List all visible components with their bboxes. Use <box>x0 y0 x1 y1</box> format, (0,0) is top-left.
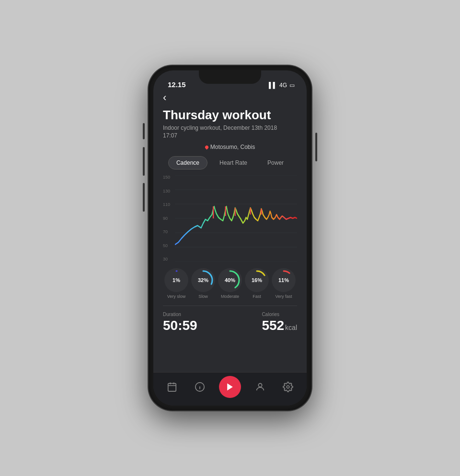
duration-value: 50:59 <box>163 318 197 333</box>
zone-circle-moderate: 40% <box>218 268 242 292</box>
battery-icon: ▭ <box>289 82 295 89</box>
svg-point-30 <box>258 383 262 386</box>
tab-heart-rate[interactable]: Heart Rate <box>211 156 255 170</box>
notch <box>199 70 261 84</box>
metric-tabs: Cadence Heart Rate Power <box>163 156 297 170</box>
nav-settings[interactable] <box>279 378 297 396</box>
calories-stat: Calories 552kcal <box>262 312 297 333</box>
location-pin-icon <box>204 145 209 149</box>
signal-icon: ▌▌ <box>269 82 277 89</box>
duration-label: Duration <box>163 312 197 317</box>
calories-label: Calories <box>262 312 297 317</box>
stats-row: Duration 50:59 Calories 552kcal <box>163 306 297 339</box>
status-icons: ▌▌ 4G ▭ <box>269 82 295 89</box>
network-label: 4G <box>279 82 287 89</box>
zone-very-slow: 1% Very slow <box>164 268 188 299</box>
y-label-30: 30 <box>163 257 170 261</box>
zone-circle-fast: 16% <box>245 268 269 292</box>
zone-slow: 32% Slow <box>191 268 215 299</box>
back-button[interactable]: ‹ <box>163 91 297 104</box>
workout-title: Thursday workout <box>163 108 297 123</box>
mute-button <box>143 123 145 139</box>
calories-value: 552kcal <box>262 318 297 333</box>
zone-circle-slow: 32% <box>191 268 215 292</box>
power-button <box>315 133 317 161</box>
nav-play[interactable] <box>219 376 241 398</box>
cadence-chart <box>175 175 297 261</box>
zone-fast: 16% Fast <box>245 268 269 299</box>
bottom-navigation <box>153 372 307 406</box>
zone-label-slow: Slow <box>198 294 208 299</box>
y-label-70: 70 <box>163 230 170 234</box>
duration-stat: Duration 50:59 <box>163 312 197 333</box>
zone-pct-moderate: 40% <box>225 277 235 283</box>
volume-down-button <box>143 183 145 212</box>
zone-very-fast: 11% Very fast <box>272 268 296 299</box>
nav-info[interactable] <box>191 378 208 396</box>
y-label-90: 90 <box>163 216 170 221</box>
zone-label-very-slow: Very slow <box>167 294 186 299</box>
zones-row: 1% Very slow 32% Slow <box>163 268 297 299</box>
zone-pct-fast: 16% <box>252 277 262 283</box>
tab-power[interactable]: Power <box>259 156 292 170</box>
nav-profile[interactable] <box>252 378 269 396</box>
zone-circle-very-fast: 11% <box>272 268 296 292</box>
phone-screen: 12.15 ▌▌ 4G ▭ ‹ Thursday workout Indoor … <box>153 70 307 406</box>
y-label-110: 110 <box>163 203 170 207</box>
zone-label-moderate: Moderate <box>221 294 239 299</box>
location-row: Motosumo, Cobis <box>163 144 297 150</box>
svg-rect-22 <box>168 383 176 391</box>
location-text: Motosumo, Cobis <box>210 144 255 150</box>
screen-content: ‹ Thursday workout Indoor cycling workou… <box>153 91 307 372</box>
zone-pct-slow: 32% <box>198 277 208 283</box>
y-label-50: 50 <box>163 244 170 248</box>
svg-marker-29 <box>227 383 233 390</box>
tab-cadence[interactable]: Cadence <box>168 156 207 170</box>
zone-label-very-fast: Very fast <box>275 294 292 299</box>
volume-up-button <box>143 147 145 176</box>
nav-calendar[interactable] <box>163 378 181 396</box>
svg-point-31 <box>287 385 289 388</box>
zone-circle-very-slow: 1% <box>164 268 188 292</box>
zone-pct-very-fast: 11% <box>278 277 289 283</box>
y-label-130: 130 <box>163 189 170 193</box>
calories-unit: kcal <box>285 324 297 331</box>
workout-time: 17:07 <box>163 132 297 139</box>
status-time: 12.15 <box>168 80 186 89</box>
chart-y-axis: 150 130 110 90 70 50 30 <box>163 175 170 261</box>
y-label-150: 150 <box>163 175 170 180</box>
zone-label-fast: Fast <box>253 294 261 299</box>
workout-subtitle: Indoor cycling workout, December 13th 20… <box>163 125 297 131</box>
chart-svg-container <box>175 175 297 261</box>
zone-moderate: 40% Moderate <box>218 268 242 299</box>
chart-area: 150 130 110 90 70 50 30 <box>163 175 297 261</box>
phone-device: 12.15 ▌▌ 4G ▭ ‹ Thursday workout Indoor … <box>149 66 311 410</box>
zone-pct-very-slow: 1% <box>172 277 180 283</box>
